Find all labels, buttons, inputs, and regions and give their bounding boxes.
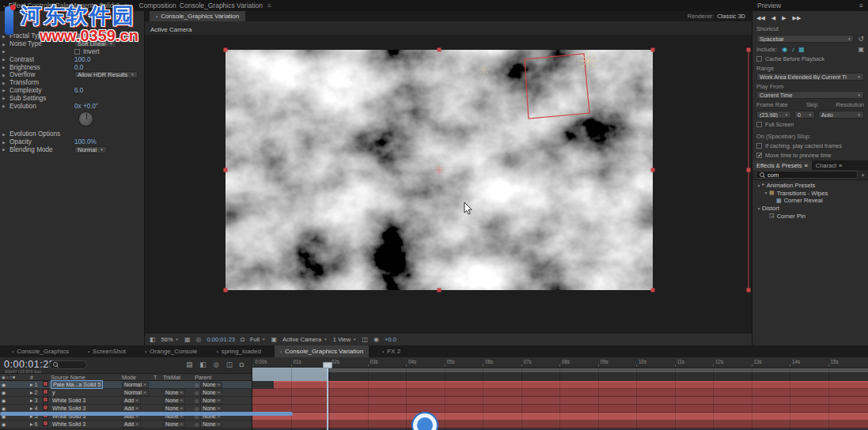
snapshot-camera-icon[interactable]: ◘	[241, 336, 244, 343]
parent-value[interactable]: None▼	[200, 390, 222, 396]
tab-composition[interactable]: Composition Console_Graphics Variation ≡	[139, 2, 271, 9]
hide-shy-layers-icon[interactable]: ◎	[213, 360, 218, 368]
tree-item-corner-reveal[interactable]: ▩Corner Reveal	[752, 197, 868, 205]
effect-property-row[interactable]: ▶Blending ModeNormal▼	[0, 146, 144, 154]
exposure-value[interactable]: +0.0	[385, 336, 396, 343]
project-tab-fx-2[interactable]: ▪FX 2	[377, 345, 406, 357]
previous-frame-button[interactable]: ◀	[771, 15, 775, 21]
column-mode[interactable]: Mode	[122, 374, 154, 381]
eye-icon[interactable]: ◉	[2, 398, 6, 403]
stop-option-1-checkbox[interactable]	[756, 143, 762, 149]
skip-dropdown[interactable]: 0▼	[794, 111, 815, 119]
property-value[interactable]: 6.0	[74, 87, 83, 94]
layer-color-column[interactable]	[43, 405, 51, 412]
column-t[interactable]: T	[154, 374, 163, 381]
column-trkmat[interactable]: TrkMat	[163, 374, 195, 381]
frame-blending-icon[interactable]: ◫	[226, 360, 233, 368]
twirl-icon[interactable]: ▶	[2, 65, 9, 70]
property-dropdown[interactable]: Normal▼	[74, 146, 107, 153]
layer-mode-dropdown[interactable]: Add▼	[122, 405, 154, 412]
pick-whip-icon[interactable]: ◎	[195, 406, 199, 411]
mask-toggle-icon[interactable]: ◎	[196, 336, 202, 343]
layer-duration-bar[interactable]	[252, 413, 868, 421]
tree-item-corner-pin[interactable]: ◲Corner Pin	[752, 212, 868, 220]
layer-source-name[interactable]: White Solid 3	[51, 405, 122, 412]
tree-item-distort[interactable]: ▼Distort	[752, 205, 868, 213]
trkmat-value[interactable]: None▼	[163, 421, 185, 428]
twirl-icon[interactable]: ▶	[2, 147, 9, 152]
layer-mode-dropdown[interactable]: Normal▼	[122, 389, 154, 396]
timeline-search-input[interactable]	[49, 360, 87, 369]
composition-viewer-tab[interactable]: ▪ Console_Graphics Variation	[150, 11, 245, 21]
twirl-icon[interactable]: ▶	[2, 104, 9, 108]
layer-trkmat-dropdown[interactable]: None▼	[163, 397, 195, 404]
frame-rate-dropdown[interactable]: (23.98)▼	[756, 111, 791, 119]
layer-visibility-toggle[interactable]: ◉	[0, 421, 30, 427]
layer-color-column[interactable]	[43, 389, 51, 396]
layer-duration-bar[interactable]	[252, 389, 868, 397]
pick-whip-icon[interactable]: ◎	[195, 422, 199, 427]
layer-color-swatch[interactable]	[43, 389, 48, 394]
effects-search-input[interactable]: com	[756, 171, 858, 179]
project-tab-spring-loaded[interactable]: ▪spring_loaded	[211, 345, 267, 357]
layer-duration-bar[interactable]	[252, 421, 868, 428]
play-from-dropdown[interactable]: Current Time▼	[756, 91, 864, 99]
twirl-icon[interactable]: ▶	[2, 34, 9, 39]
panel-menu-icon[interactable]: ≡	[859, 2, 863, 9]
pick-whip-icon[interactable]: ◎	[195, 383, 199, 387]
layer-parent-dropdown[interactable]: ◎None▼	[195, 405, 252, 412]
mode-value[interactable]: Add▼	[122, 405, 141, 412]
timeline-horizontal-scrollbar[interactable]	[0, 412, 293, 416]
include-overlays-icon[interactable]: ▦	[798, 46, 805, 53]
property-checkbox[interactable]	[74, 49, 80, 55]
tab-character[interactable]: Charact ≡	[812, 160, 847, 170]
layer-trkmat-dropdown[interactable]: None▼	[163, 405, 195, 412]
effect-property-row[interactable]: ▶Invert	[0, 48, 144, 56]
layer-mode-dropdown[interactable]: Add▼	[122, 397, 154, 404]
eye-icon[interactable]: ◉	[2, 390, 6, 395]
layer-visibility-toggle[interactable]: ◉	[0, 382, 30, 387]
trkmat-value[interactable]: None▼	[163, 398, 185, 404]
twirl-icon[interactable]: ▶	[2, 88, 9, 92]
renderer-control[interactable]: Renderer: Classic 3D	[688, 13, 752, 20]
project-tab-orange-console[interactable]: ▪Orange_Console	[139, 345, 203, 357]
tab-effects-presets[interactable]: Effects & Presets ≡	[752, 160, 812, 170]
stop-option-1[interactable]: If caching, play cached frames	[756, 142, 864, 149]
layer-source-name[interactable]: White Solid 3	[51, 421, 122, 428]
layer-row[interactable]: ◉▸ 6White Solid 3Add▼None▼◎None▼	[0, 421, 252, 428]
panel-menu-icon[interactable]: ≡	[267, 2, 271, 9]
magnification-dropdown[interactable]: 56%▼	[161, 336, 179, 343]
column-number[interactable]: #	[30, 374, 43, 381]
parent-value[interactable]: None▼	[200, 405, 222, 412]
composition-mini-flowchart-icon[interactable]: ▤	[186, 360, 192, 368]
range-dropdown[interactable]: Work Area Extended By Current Ti▼	[756, 73, 864, 81]
parent-value[interactable]: None▼	[200, 382, 222, 388]
layer-color-swatch[interactable]	[43, 381, 48, 387]
project-tab-screenshot[interactable]: ▪ScreenShot	[82, 345, 131, 357]
twirl-icon[interactable]: ▶	[2, 42, 9, 47]
roi-icon[interactable]: ▣	[271, 336, 277, 343]
property-value[interactable]: 100.0%	[74, 138, 97, 145]
twirl-icon[interactable]: ▶	[2, 73, 9, 77]
layer-trkmat-dropdown[interactable]: None▼	[163, 421, 195, 428]
preview-panel-header[interactable]: Preview ≡	[752, 0, 868, 11]
include-audio-icon[interactable]: ♪	[791, 46, 794, 53]
trkmat-value[interactable]: None▼	[163, 390, 185, 396]
twirl-icon[interactable]: ▼	[763, 190, 769, 195]
effect-property-row[interactable]: ▶Evolution Options	[0, 130, 144, 138]
stop-option-2[interactable]: Move time to preview time	[756, 152, 864, 159]
layer-visibility-toggle[interactable]: ◉	[0, 398, 30, 403]
layer-color-column[interactable]	[43, 397, 51, 404]
twirl-icon[interactable]: ▶	[2, 96, 9, 100]
full-screen-option[interactable]: Full Screen	[756, 121, 864, 128]
effect-property-row[interactable]: ▶Noise TypeSoft Linear▼	[0, 40, 144, 48]
layer-trkmat-dropdown[interactable]: None▼	[163, 389, 195, 396]
work-area-bar[interactable]	[252, 368, 868, 372]
snapshot-icon[interactable]: ◧	[150, 336, 156, 343]
twirl-icon[interactable]: ▶	[2, 132, 9, 137]
reset-icon[interactable]: ↺	[858, 35, 864, 43]
tab-effect-controls[interactable]: ▪ Effect Controls Pale Magenta Solid 2 ≡	[3, 2, 128, 9]
fast-preview-icon[interactable]: ◉	[373, 336, 379, 343]
layer-source-name[interactable]: y	[51, 389, 122, 396]
trkmat-value[interactable]: None▼	[163, 405, 185, 412]
